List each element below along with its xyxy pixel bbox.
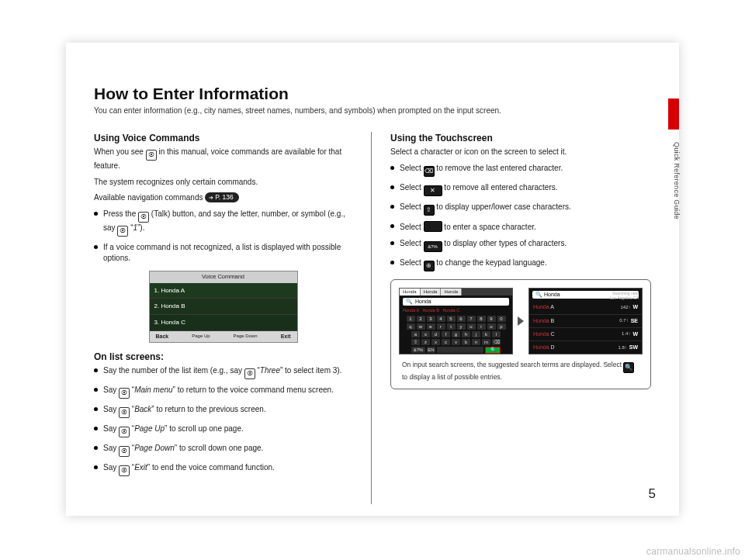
vc-title: Voice Command <box>150 271 297 283</box>
kb-key: t <box>447 323 456 330</box>
kb-key: j <box>472 331 480 337</box>
kb-key: 4 <box>437 316 445 322</box>
kb-key: 8 <box>477 316 486 322</box>
vc-item-2: 2. Honda B <box>150 299 297 315</box>
suggestion-3: Honda C <box>442 308 459 313</box>
kb-symbols-key: &?% <box>411 347 425 353</box>
kb-tab-3: Honda <box>441 289 462 296</box>
talk-icon: ⦿ <box>119 465 130 476</box>
kb-key: 5 <box>447 316 456 322</box>
text: On input search screens, the suggested s… <box>402 361 623 368</box>
vc-back: Back <box>156 333 169 340</box>
kb-key: h <box>462 331 470 337</box>
text: Press the <box>103 209 138 218</box>
talk-icon: ⦿ <box>119 388 130 399</box>
search-icon: 🔍 <box>535 292 542 297</box>
list-bullet-5: Say ⦿ “Page Down” to scroll down one pag… <box>94 443 352 457</box>
kb-key: r <box>437 323 445 330</box>
command-text: Page Up <box>134 424 165 433</box>
text: Say <box>103 385 119 394</box>
kb-key: e <box>427 323 435 330</box>
shift-icon: ⇧ <box>424 205 435 216</box>
voice-p2: The system recognizes only certain comma… <box>94 177 352 188</box>
command-text: Three <box>260 366 280 375</box>
voice-command-screenshot: Voice Command 1. Honda A 2. Honda B 3. H… <box>149 271 298 343</box>
voice-bullet-1: Press the ⦿ (Talk) button, and say the l… <box>94 209 352 237</box>
kb-key: d <box>431 331 440 337</box>
text: to remove the last entered character. <box>435 164 563 172</box>
text: Select <box>400 223 424 231</box>
touch-bullet-language: Select ⊕ to change the keypad language. <box>390 258 651 271</box>
list-bullet-4: Say ⦿ “Page Up” to scroll up one page. <box>94 423 352 437</box>
result-row: Honda D1.8↑ SW <box>529 341 642 354</box>
text: Select <box>400 239 424 247</box>
list-bullet-3: Say ⦿ “Back” to return to the previous s… <box>94 404 352 418</box>
text: Select <box>400 258 424 267</box>
search-near-note: Searching nearLos Angeles, CA <box>610 291 639 300</box>
suggestion-1: Honda A <box>403 308 419 313</box>
kb-key: m <box>482 339 490 345</box>
symbols-icon: &?% <box>424 241 442 252</box>
voice-p3: Available navigation commands P. 136 <box>94 192 352 204</box>
globe-icon: ⊕ <box>424 261 435 271</box>
text: to change the keypad language. <box>435 258 547 267</box>
page-ref-pill: P. 136 <box>205 192 238 202</box>
touch-bullet-symbols: Select &?% to display other types of cha… <box>390 238 651 252</box>
kb-rows: 1234567890 qwertyuiop asdfghjkl ⇧zxcvbnm… <box>400 316 512 353</box>
kb-key: 7 <box>467 316 476 322</box>
text: to enter a space character. <box>442 223 536 231</box>
search-icon: 🔍 <box>406 298 413 306</box>
figure-caption: On input search screens, the suggested s… <box>399 361 643 382</box>
kb-key: 3 <box>427 316 435 322</box>
kb-key: f <box>442 331 450 337</box>
touch-bullet-delete: Select ⌫ to remove the last entered char… <box>390 163 651 177</box>
kb-key: k <box>482 331 490 337</box>
result-row: Honda C1.4↑ W <box>529 328 642 341</box>
text: Say <box>103 405 119 413</box>
column-divider <box>371 132 372 504</box>
manual-page: Quick Reference Guide How to Enter Infor… <box>66 43 679 516</box>
vc-item-1: 1. Honda A <box>150 283 297 299</box>
kb-key: i <box>477 323 486 330</box>
kb-suggestions: Honda A Honda B Honda C <box>400 308 512 316</box>
text: to display other types of characters. <box>442 239 567 247</box>
kb-tab-2: Honda <box>421 289 442 296</box>
kb-key: v <box>452 339 460 345</box>
talk-icon: ⦿ <box>146 150 157 161</box>
vc-item-3: 3. Honda C <box>150 315 297 331</box>
command-text: Exit <box>134 463 147 472</box>
talk-icon: ⦿ <box>119 427 130 437</box>
kb-key: g <box>452 331 460 337</box>
text: ” to return to the previous screen. <box>151 405 265 413</box>
text: ”). <box>137 223 144 232</box>
kb-key: o <box>487 323 496 330</box>
talk-icon: ⦿ <box>117 226 128 237</box>
touch-bullet-shift: Select ⇧ to display upper/lower case cha… <box>390 202 651 216</box>
kb-key: p <box>497 323 506 330</box>
left-column: Using Voice Commands When you see ⦿ in t… <box>94 132 352 504</box>
kb-key: 0 <box>497 316 506 322</box>
kb-key: ⌫ <box>492 339 501 345</box>
kb-key: 2 <box>417 316 425 322</box>
text: ” to scroll up one page. <box>165 424 244 433</box>
suggestion-2: Honda B <box>422 308 438 313</box>
kb-key: c <box>442 339 450 345</box>
voice-p1: When you see ⦿ in this manual, voice com… <box>94 147 352 172</box>
text: ” to select item 3). <box>280 366 341 375</box>
intro-text: You can enter information (e.g., city na… <box>94 106 651 115</box>
kb-key: u <box>467 323 476 330</box>
vc-footer: Back Page Up Page Down Exit <box>150 331 297 342</box>
kb-search-key: 🔍 <box>485 347 501 354</box>
kb-key: w <box>417 323 425 330</box>
text: to remove all entered characters. <box>442 183 558 192</box>
touch-bullet-clear: Select ✕ to remove all entered character… <box>390 182 651 196</box>
kb-key: n <box>472 339 480 345</box>
touch-heading: Using the Touchscreen <box>390 132 651 145</box>
results-screenshot: Searching nearLos Angeles, CA 🔍 Honda Ho… <box>528 288 643 354</box>
ls-field-text: Honda <box>544 292 560 297</box>
text: Available navigation commands <box>94 193 205 202</box>
kb-key: ⇧ <box>411 339 420 345</box>
touchscreen-figure-box: Honda Honda Honda 🔍Honda Honda A Honda B… <box>390 279 651 389</box>
talk-icon: ⦿ <box>119 407 130 418</box>
result-row: Honda A142↑ W <box>529 301 642 314</box>
